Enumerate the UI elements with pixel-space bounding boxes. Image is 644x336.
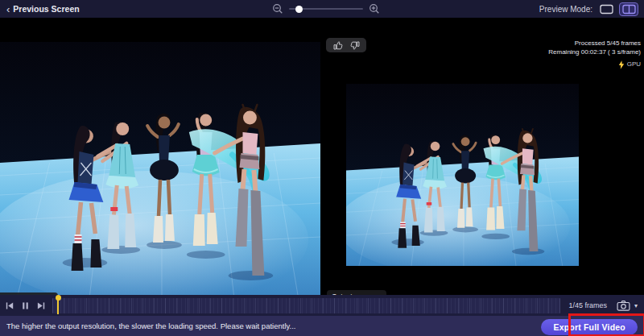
chevron-left-icon: ‹	[6, 4, 10, 15]
preview-mode-label: Preview Mode:	[539, 5, 592, 14]
zoom-slider-track[interactable]	[289, 8, 363, 10]
snapshot-options-caret[interactable]: ▾	[634, 302, 638, 309]
timeline-bar: 1/45 frames ▾	[0, 295, 644, 316]
gpu-label: GPU	[627, 60, 641, 69]
next-frame-icon	[35, 301, 46, 311]
thumbs-up-icon	[332, 40, 343, 51]
single-screen-mode-button[interactable]	[597, 3, 615, 15]
top-toolbar: ‹ Previous Screen	[0, 0, 644, 18]
processing-status: Processed 5/45 frames Remaining 00:02:37…	[548, 39, 641, 69]
processed-frames-text: Processed 5/45 frames	[548, 39, 641, 48]
split-screen-mode-button[interactable]	[620, 3, 638, 15]
transport-controls	[5, 301, 46, 311]
thumbs-down-button[interactable]	[350, 40, 361, 51]
export-full-video-button[interactable]: Export Full Video	[541, 319, 638, 335]
zoom-in-icon[interactable]	[369, 3, 380, 15]
single-screen-icon	[600, 4, 613, 15]
previous-screen-button[interactable]: ‹ Previous Screen	[6, 4, 80, 15]
next-frame-button[interactable]	[35, 301, 46, 311]
snapshot-button[interactable]	[617, 300, 630, 311]
zoom-slider-thumb[interactable]	[295, 6, 303, 13]
output-video-panel[interactable]	[346, 84, 579, 266]
preview-canvas: Processed 5/45 frames Remaining 00:02:37…	[0, 18, 644, 295]
lightning-bolt-icon	[618, 60, 625, 69]
frame-counter: 1/45 frames	[568, 301, 607, 309]
camera-icon	[617, 300, 630, 311]
video-enhancer-preview-window: ‹ Previous Screen	[0, 0, 644, 336]
feedback-pill	[326, 38, 366, 52]
canvas-zoom-slider	[272, 0, 380, 18]
previous-frame-button[interactable]	[5, 301, 15, 311]
previous-frame-icon	[5, 301, 15, 311]
preview-mode-group: Preview Mode:	[539, 3, 638, 15]
original-video-panel[interactable]	[0, 42, 320, 296]
zoom-out-icon[interactable]	[272, 3, 283, 15]
status-message: The higher the output resolution, the sl…	[6, 321, 295, 330]
frame-timeline-ruler[interactable]	[52, 298, 560, 313]
previous-screen-label: Previous Screen	[13, 4, 79, 14]
timeline-playhead[interactable]	[54, 296, 62, 316]
pause-button[interactable]	[20, 301, 31, 311]
thumbs-down-icon	[350, 40, 361, 51]
pause-icon	[20, 301, 31, 311]
split-screen-icon	[622, 4, 636, 15]
thumbs-up-button[interactable]	[332, 40, 343, 51]
footer-status-bar: The higher the output resolution, the sl…	[0, 316, 644, 336]
remaining-time-text: Remaining 00:02:37 ( 3 s/frame)	[548, 48, 641, 57]
